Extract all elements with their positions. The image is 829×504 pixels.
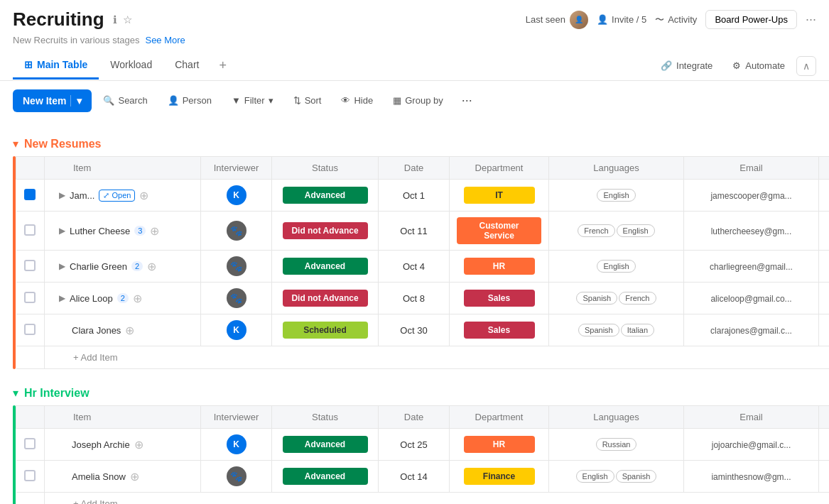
item-name: Jam... xyxy=(70,190,94,201)
filter-button[interactable]: ▼ Filter ▾ xyxy=(223,90,282,111)
new-item-button[interactable]: New Item ▾ xyxy=(13,89,92,112)
date-value: Oct 14 xyxy=(400,471,427,482)
row-interviewer-cell: 🐾 xyxy=(201,461,272,493)
section-header-new-resumes[interactable]: ▾ New Resumes xyxy=(0,131,829,156)
tab-main-table[interactable]: ⊞ Main Table xyxy=(13,52,99,80)
expand-button[interactable]: ▶ xyxy=(59,226,65,236)
col-languages: Languages xyxy=(549,157,684,180)
row-department-cell: HR xyxy=(450,429,549,461)
tab-workload[interactable]: Workload xyxy=(99,52,163,80)
more-options-button[interactable]: ··· xyxy=(806,12,816,27)
row-status-cell: Advanced xyxy=(272,180,379,212)
section-chevron: ▾ xyxy=(13,386,18,400)
row-languages-cell: FrenchEnglish xyxy=(549,212,684,251)
row-checkbox[interactable] xyxy=(24,292,36,303)
item-name: Joseph Archie xyxy=(72,439,130,450)
add-item-row[interactable]: + Add Item xyxy=(16,346,830,369)
date-value: Oct 11 xyxy=(400,226,427,236)
person-icon: 👤 xyxy=(597,14,608,25)
add-item-checkbox-col xyxy=(16,493,45,505)
row-checkbox[interactable] xyxy=(24,260,36,271)
toolbar-more-button[interactable]: ··· xyxy=(455,88,479,113)
add-item-label[interactable]: + Add Item xyxy=(45,493,830,505)
row-email-cell: aliceloop@gmail.co... xyxy=(684,283,819,314)
row-date-cell: Oct 11 xyxy=(379,212,450,251)
section-header-hr-interview[interactable]: ▾ Hr Interview xyxy=(0,380,829,405)
date-value: Oct 8 xyxy=(403,293,425,304)
col-flag xyxy=(819,157,830,180)
activity-icon: 〜 xyxy=(655,13,664,26)
see-more-link[interactable]: See More xyxy=(145,35,185,45)
board-powerups-button[interactable]: Board Power-Ups xyxy=(705,10,797,29)
add-subitem-button[interactable]: ⊕ xyxy=(125,324,134,337)
table-icon: ⊞ xyxy=(24,59,33,70)
row-date-cell: Oct 30 xyxy=(379,314,450,346)
tab-chart[interactable]: Chart xyxy=(163,52,210,80)
sub-count-badge: 3 xyxy=(134,226,146,236)
row-item-cell: ▶Charlie Green2⊕ xyxy=(45,251,201,283)
star-icon[interactable]: ☆ xyxy=(123,13,132,26)
status-badge: Advanced xyxy=(283,187,368,204)
search-button[interactable]: 🔍 Search xyxy=(94,90,156,111)
row-checkbox[interactable] xyxy=(24,470,36,481)
sort-button[interactable]: ⇅ Sort xyxy=(285,90,330,111)
subtitle-bar: New Recruits in various stages See More xyxy=(0,33,829,51)
person-button[interactable]: 👤 Person xyxy=(159,90,220,111)
email-value: aliceloop@gmail.co... xyxy=(710,294,791,304)
status-badge: Advanced xyxy=(283,436,368,453)
row-checkbox[interactable] xyxy=(24,189,36,200)
integrate-button[interactable]: 🔗 Integrate xyxy=(652,56,721,75)
row-flag-cell: 🇩🇪 xyxy=(819,429,830,461)
row-date-cell: Oct 14 xyxy=(379,461,450,493)
row-checkbox[interactable] xyxy=(24,224,36,236)
info-icon[interactable]: ℹ xyxy=(113,13,117,26)
toolbar: New Item ▾ 🔍 Search 👤 Person ▼ Filter ▾ … xyxy=(0,81,829,120)
row-item-cell: ▶Luther Cheese3⊕ xyxy=(45,212,201,251)
row-interviewer-cell: K xyxy=(201,314,272,346)
row-checkbox[interactable] xyxy=(24,438,36,449)
row-flag-cell: 🇩🇪 xyxy=(819,251,830,283)
automate-button[interactable]: ⚙ Automate xyxy=(724,56,793,75)
last-seen: Last seen 👤 xyxy=(526,11,588,29)
col-date: Date xyxy=(379,157,450,180)
expand-button[interactable]: ▶ xyxy=(59,293,65,303)
col-email: Email xyxy=(684,406,819,429)
add-subitem-button[interactable]: ⊕ xyxy=(133,292,142,305)
language-tag: Spanish xyxy=(576,292,617,305)
sub-count-badge: 2 xyxy=(117,293,129,303)
row-department-cell: IT xyxy=(450,180,549,212)
add-subitem-button[interactable]: ⊕ xyxy=(139,189,148,202)
add-item-row[interactable]: + Add Item xyxy=(16,493,830,505)
invite-button[interactable]: 👤 Invite / 5 xyxy=(597,14,646,25)
expand-button[interactable]: ▶ xyxy=(59,190,65,200)
department-badge: IT xyxy=(464,187,535,204)
add-subitem-button[interactable]: ⊕ xyxy=(134,438,143,451)
row-status-cell: Scheduled xyxy=(272,314,379,346)
collapse-button[interactable]: ∧ xyxy=(796,56,816,76)
row-status-cell: Did not Advance xyxy=(272,283,379,314)
col-date: Date xyxy=(379,406,450,429)
col-checkbox xyxy=(16,157,45,180)
group-by-button[interactable]: ▦ Group by xyxy=(384,90,451,111)
expand-button[interactable]: ▶ xyxy=(59,261,65,271)
add-subitem-button[interactable]: ⊕ xyxy=(150,224,159,238)
add-item-label[interactable]: + Add Item xyxy=(45,346,830,369)
activity-button[interactable]: 〜 Activity xyxy=(655,13,697,26)
hide-button[interactable]: 👁 Hide xyxy=(332,90,381,111)
section-hr-interview: ▾ Hr Interview Item Interviewer Status D… xyxy=(0,380,829,504)
integrate-icon: 🔗 xyxy=(661,60,672,71)
last-seen-label: Last seen xyxy=(526,14,565,25)
add-tab-button[interactable]: + xyxy=(210,51,235,80)
new-item-chevron: ▾ xyxy=(70,95,82,106)
status-badge: Advanced xyxy=(283,258,368,275)
open-badge[interactable]: ⤢ Open xyxy=(99,190,135,202)
add-subitem-button[interactable]: ⊕ xyxy=(130,470,139,483)
status-badge: Advanced xyxy=(283,468,368,485)
language-tag: English xyxy=(576,470,614,483)
row-checkbox[interactable] xyxy=(24,324,36,335)
date-value: Oct 1 xyxy=(403,190,425,201)
row-email-cell: iaminthesnow@gm... xyxy=(684,461,819,493)
row-email-cell: jamescooper@gma... xyxy=(684,180,819,212)
add-subitem-button[interactable]: ⊕ xyxy=(147,260,156,273)
row-status-cell: Did not Advance xyxy=(272,212,379,251)
